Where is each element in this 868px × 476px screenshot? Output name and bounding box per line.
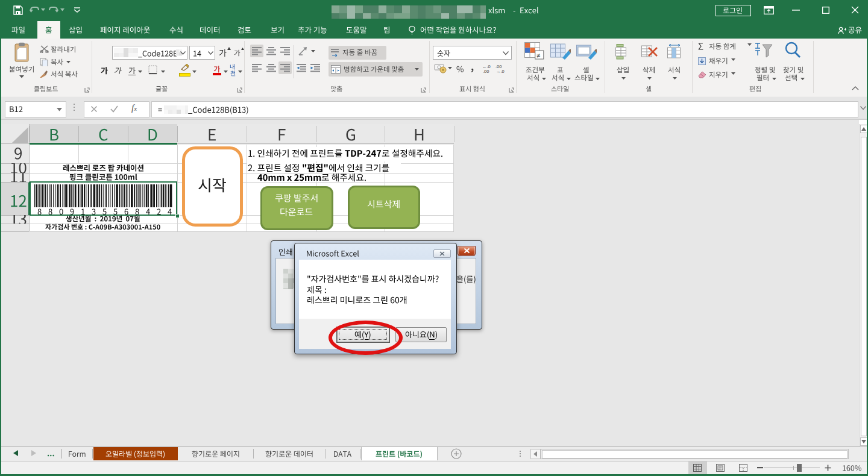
svg-text:.00: .00 xyxy=(483,69,489,73)
svg-text:→.0: →.0 xyxy=(496,69,505,73)
svg-text:≠: ≠ xyxy=(536,52,540,59)
